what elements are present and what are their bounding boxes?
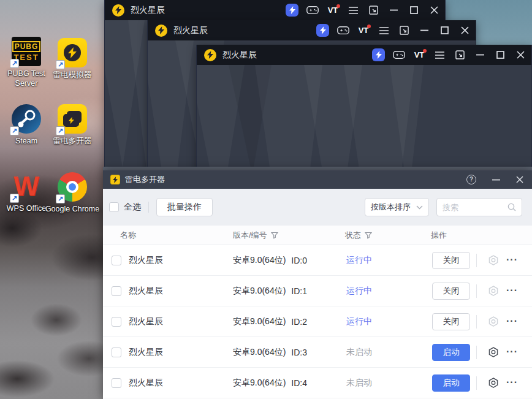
action-button[interactable]: 启动 xyxy=(432,374,470,392)
gamepad-icon[interactable] xyxy=(337,24,349,37)
shortcut-arrow-icon: ↗ xyxy=(56,194,65,203)
header-status: 状态 xyxy=(345,226,372,245)
emulator-titlebar[interactable]: 烈火星辰 VT xyxy=(148,20,476,40)
instance-name: 烈火星辰 xyxy=(129,337,163,368)
instance-row: 烈火星辰 安卓9.0(64位)ID:3 未启动 启动 ··· xyxy=(103,337,532,368)
vt-badge[interactable]: VT xyxy=(357,24,370,37)
instance-status: 运行中 xyxy=(346,306,372,337)
steam-icon: ↗ xyxy=(12,104,41,134)
ldplayer-logo-icon xyxy=(112,4,124,17)
shortcut-arrow-icon: ↗ xyxy=(56,126,65,135)
action-button[interactable]: 关闭 xyxy=(432,313,470,330)
instance-version: 安卓9.0(64位)ID:3 xyxy=(233,337,307,368)
search-input[interactable] xyxy=(443,203,507,212)
menu-icon[interactable] xyxy=(433,48,446,62)
batch-operations-button[interactable]: 批量操作 xyxy=(156,198,213,216)
close-button[interactable] xyxy=(458,24,471,37)
more-options-icon[interactable]: ··· xyxy=(506,283,521,298)
instance-id: ID:2 xyxy=(291,317,307,327)
emulator-titlebar[interactable]: 烈火星辰 VT xyxy=(105,0,445,20)
mini-window-icon[interactable] xyxy=(367,4,379,17)
row-checkbox[interactable] xyxy=(112,317,121,327)
close-button[interactable] xyxy=(428,4,440,17)
row-divider xyxy=(476,254,477,267)
settings-gear-icon[interactable] xyxy=(487,285,500,297)
settings-gear-icon[interactable] xyxy=(487,377,500,389)
gamepad-icon[interactable] xyxy=(393,48,405,62)
shortcut-arrow-icon: ↗ xyxy=(10,194,19,203)
shortcut-arrow-icon: ↗ xyxy=(56,60,65,69)
minimize-button[interactable] xyxy=(387,4,400,17)
instance-name: 烈火星辰 xyxy=(129,368,163,398)
menu-icon[interactable] xyxy=(347,4,359,17)
more-options-icon[interactable]: ··· xyxy=(506,375,521,390)
pubg-icon-text: PUBG xyxy=(12,41,41,52)
instance-version: 安卓9.0(64位)ID:4 xyxy=(233,368,307,398)
menu-icon[interactable] xyxy=(378,24,390,37)
action-button[interactable]: 关闭 xyxy=(432,283,470,300)
lightning-icon xyxy=(68,47,77,58)
action-button[interactable]: 关闭 xyxy=(432,252,470,269)
emulator-titlebar[interactable]: 烈火星辰 VT xyxy=(197,45,531,65)
row-checkbox[interactable] xyxy=(112,286,121,296)
maximize-button[interactable] xyxy=(438,24,450,37)
boost-icon[interactable] xyxy=(286,4,298,17)
desktop-icon-ldplayer[interactable]: ↗ 雷电模拟器 xyxy=(42,38,102,80)
filter-icon[interactable] xyxy=(365,232,372,239)
boost-icon[interactable] xyxy=(316,24,329,37)
instance-version: 安卓9.0(64位)ID:0 xyxy=(233,245,307,276)
row-checkbox[interactable] xyxy=(112,256,121,265)
minimize-button[interactable] xyxy=(474,48,486,62)
row-divider xyxy=(476,376,477,390)
select-all-checkbox[interactable] xyxy=(109,202,119,212)
mini-window-icon[interactable] xyxy=(398,24,410,37)
boost-icon[interactable] xyxy=(372,48,385,61)
action-button[interactable]: 启动 xyxy=(432,344,470,361)
search-box[interactable] xyxy=(436,198,522,216)
row-divider xyxy=(476,284,477,298)
settings-gear-icon[interactable] xyxy=(487,346,500,359)
more-options-icon[interactable]: ··· xyxy=(506,344,521,359)
table-header: 名称 版本/编号 状态 操作 xyxy=(103,226,532,245)
row-checkbox[interactable] xyxy=(112,378,121,388)
settings-gear-icon[interactable] xyxy=(487,254,500,267)
instance-id: ID:1 xyxy=(291,286,307,296)
maximize-button[interactable] xyxy=(494,48,506,62)
filter-icon[interactable] xyxy=(271,232,278,239)
instance-status: 未启动 xyxy=(346,337,372,368)
instance-name: 烈火星辰 xyxy=(129,245,163,276)
instance-row: 烈火星辰 安卓9.0(64位)ID:2 运行中 关闭 ··· xyxy=(103,306,532,337)
icon-label: 雷电多开器 xyxy=(42,136,102,146)
notification-dot xyxy=(367,25,371,28)
more-options-icon[interactable]: ··· xyxy=(506,314,521,329)
mini-window-icon[interactable] xyxy=(454,48,466,62)
multi-instance-manager-window: 雷电多开器 ? 全选 批量操作 按版本排序 名称 xyxy=(103,170,532,399)
instance-version: 安卓9.0(64位)ID:2 xyxy=(233,306,307,337)
row-checkbox[interactable] xyxy=(112,348,121,357)
instance-version: 安卓9.0(64位)ID:1 xyxy=(233,276,307,306)
help-icon[interactable]: ? xyxy=(466,175,476,184)
instance-id: ID:4 xyxy=(291,378,307,388)
sort-dropdown[interactable]: 按版本排序 xyxy=(365,198,429,216)
desktop-icon-multi-instance[interactable]: ↗ 雷电多开器 xyxy=(42,104,102,146)
emulator-content xyxy=(197,65,531,171)
close-button[interactable] xyxy=(514,48,526,62)
desktop-icon-google-chrome[interactable]: ↗ Google Chrome xyxy=(42,172,102,214)
vt-badge[interactable]: VT xyxy=(413,48,425,62)
notification-dot xyxy=(423,49,427,53)
minimize-button[interactable] xyxy=(492,179,500,181)
manager-titlebar[interactable]: 雷电多开器 ? xyxy=(103,170,532,189)
instance-row: 烈火星辰 安卓9.0(64位)ID:4 未启动 启动 ··· xyxy=(103,368,532,398)
gamepad-icon[interactable] xyxy=(306,4,319,17)
more-options-icon[interactable]: ··· xyxy=(506,253,521,267)
chevron-down-icon xyxy=(416,205,423,210)
vt-badge[interactable]: VT xyxy=(327,4,339,17)
emulator-window-3: 烈火星辰 VT xyxy=(196,45,532,172)
settings-gear-icon[interactable] xyxy=(487,316,500,328)
minimize-button[interactable] xyxy=(418,24,430,37)
window-title: 烈火星辰 xyxy=(222,50,364,61)
window-title: 烈火星辰 xyxy=(131,5,278,16)
close-button[interactable] xyxy=(516,176,523,183)
maximize-button[interactable] xyxy=(408,4,420,17)
instance-row: 烈火星辰 安卓9.0(64位)ID:1 运行中 关闭 ··· xyxy=(103,276,532,306)
